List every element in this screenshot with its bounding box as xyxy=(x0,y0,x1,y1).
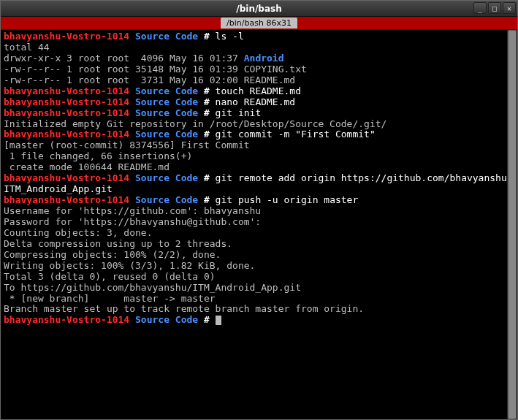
command-text: git init xyxy=(216,107,262,118)
prompt-symbol: # xyxy=(204,172,210,183)
titlebar[interactable]: /bin/bash _ □ ✕ xyxy=(1,1,517,17)
prompt-symbol: # xyxy=(204,107,210,118)
prompt-symbol: # xyxy=(204,96,210,107)
window-title: /bin/bash xyxy=(1,4,517,14)
prompt-line: bhavyanshu-Vostro-1014 Source Code # git… xyxy=(4,195,514,206)
directory-name: Android xyxy=(244,53,284,64)
prompt-line: bhavyanshu-Vostro-1014 Source Code # ls … xyxy=(4,31,514,42)
output-line: Total 3 (delta 0), reused 0 (delta 0) xyxy=(4,272,514,283)
prompt-cwd: Source Code xyxy=(135,194,198,205)
prompt-symbol: # xyxy=(204,129,210,140)
output-line: -rw-r--r-- 1 root root 3731 May 16 02:00… xyxy=(4,75,514,86)
window-controls: _ □ ✕ xyxy=(473,2,516,14)
prompt-host: bhavyanshu-Vostro-1014 xyxy=(4,129,129,140)
output-line: Counting objects: 3, done. xyxy=(4,228,514,239)
prompt-cwd: Source Code xyxy=(135,172,198,183)
output-line: total 44 xyxy=(4,42,514,53)
scrollbar[interactable] xyxy=(507,30,517,419)
output-line: [master (root-commit) 8374556] First Com… xyxy=(4,140,514,151)
close-button[interactable]: ✕ xyxy=(503,2,516,14)
prompt-host: bhavyanshu-Vostro-1014 xyxy=(4,85,129,96)
prompt-cwd: Source Code xyxy=(135,85,198,96)
prompt-cwd: Source Code xyxy=(135,96,198,107)
prompt-symbol: # xyxy=(204,194,210,205)
prompt-cwd: Source Code xyxy=(135,31,198,42)
prompt-line: bhavyanshu-Vostro-1014 Source Code # git… xyxy=(4,173,514,195)
terminal-output[interactable]: bhavyanshu-Vostro-1014 Source Code # ls … xyxy=(1,30,517,419)
output-line: Writing objects: 100% (3/3), 1.82 KiB, d… xyxy=(4,261,514,272)
output-line: drwxr-xr-x 3 root root 4096 May 16 01:37… xyxy=(4,53,514,64)
command-text: git commit -m "First Commit" xyxy=(216,129,376,140)
prompt-cwd: Source Code xyxy=(135,129,198,140)
cursor xyxy=(216,316,221,325)
prompt-host: bhavyanshu-Vostro-1014 xyxy=(4,172,129,183)
output-line: Password for 'https://bhavyanshu@github.… xyxy=(4,217,514,228)
output-line: -rw-r--r-- 1 root root 35148 May 16 01:3… xyxy=(4,64,514,75)
command-text: ls -l xyxy=(216,31,244,42)
command-text: touch README.md xyxy=(216,85,301,96)
prompt-line: bhavyanshu-Vostro-1014 Source Code # nan… xyxy=(4,97,514,108)
prompt-host: bhavyanshu-Vostro-1014 xyxy=(4,194,129,205)
scrollbar-thumb[interactable] xyxy=(508,30,517,419)
output-line: Delta compression using up to 2 threads. xyxy=(4,239,514,250)
output-line: * [new branch] master -> master xyxy=(4,294,514,305)
output-line: Branch master set up to track remote bra… xyxy=(4,304,514,315)
prompt-host: bhavyanshu-Vostro-1014 xyxy=(4,107,129,118)
minimize-button[interactable]: _ xyxy=(473,2,487,14)
tab-bar: /bin/bash 86x31 xyxy=(1,17,517,30)
output-line: Initialized empty Git repository in /roo… xyxy=(4,119,514,130)
prompt-symbol: # xyxy=(204,31,210,42)
prompt-current[interactable]: bhavyanshu-Vostro-1014 Source Code # xyxy=(4,315,514,326)
prompt-host: bhavyanshu-Vostro-1014 xyxy=(4,31,129,42)
prompt-cwd: Source Code xyxy=(135,314,198,325)
output-line: Compressing objects: 100% (2/2), done. xyxy=(4,250,514,261)
prompt-host: bhavyanshu-Vostro-1014 xyxy=(4,314,129,325)
prompt-line: bhavyanshu-Vostro-1014 Source Code # git… xyxy=(4,129,514,140)
prompt-line: bhavyanshu-Vostro-1014 Source Code # tou… xyxy=(4,86,514,97)
output-line: Username for 'https://github.com': bhavy… xyxy=(4,206,514,217)
prompt-cwd: Source Code xyxy=(135,107,198,118)
prompt-host: bhavyanshu-Vostro-1014 xyxy=(4,96,129,107)
command-text: git push -u origin master xyxy=(216,194,359,205)
prompt-line: bhavyanshu-Vostro-1014 Source Code # git… xyxy=(4,108,514,119)
output-line: create mode 100644 README.md xyxy=(4,162,514,173)
prompt-symbol: # xyxy=(204,314,210,325)
command-text: nano README.md xyxy=(216,96,296,107)
terminal-window: /bin/bash _ □ ✕ /bin/bash 86x31 bhavyans… xyxy=(0,0,518,420)
tab-active[interactable]: /bin/bash 86x31 xyxy=(221,18,297,28)
prompt-symbol: # xyxy=(204,85,210,96)
maximize-button[interactable]: □ xyxy=(488,2,501,14)
output-line: 1 file changed, 66 insertions(+) xyxy=(4,151,514,162)
output-line: To https://github.com/bhavyanshu/ITM_And… xyxy=(4,283,514,294)
